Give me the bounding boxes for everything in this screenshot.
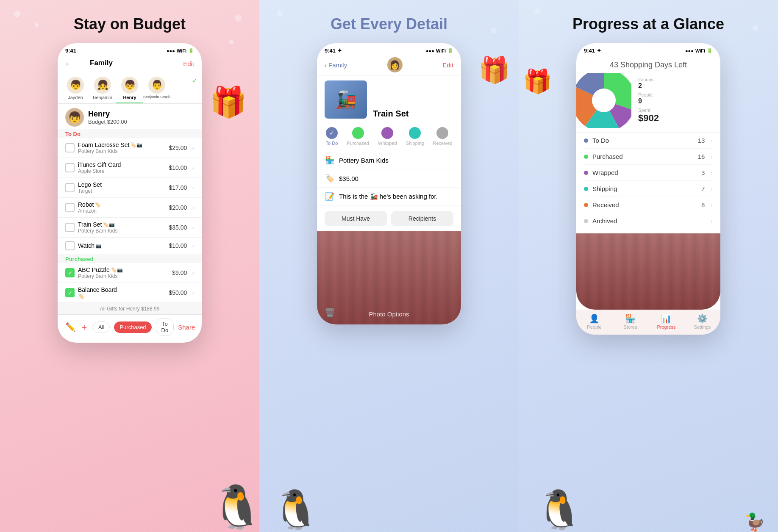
panel2-title: Get Every Detail: [331, 15, 447, 33]
gift-row-lego[interactable]: Lego Set Target $17.00 ›: [58, 178, 202, 198]
must-have-button[interactable]: Must Have: [325, 211, 387, 226]
progress-row-received[interactable]: Received 8 ›: [584, 197, 713, 213]
gift-checkbox-robot[interactable]: [65, 203, 75, 212]
nav-bar: ≡ Family Edit: [58, 55, 202, 73]
gift-checkbox-balanceboard[interactable]: ✓: [65, 288, 75, 297]
penguin-decoration-2: 🐧: [272, 488, 320, 532]
gift-checkbox-lego[interactable]: [65, 183, 75, 192]
recipient-benjamin[interactable]: 👧 Benjamin: [89, 77, 116, 100]
gift-decoration: 🎁: [478, 55, 510, 85]
spent-label: Spent: [638, 108, 659, 113]
gift-checkbox-itunes[interactable]: [65, 163, 75, 172]
price-tag-icon: 🏷️: [325, 174, 335, 183]
gift-row-robot[interactable]: Robot 🏷️ Amazon $20.00 ›: [58, 198, 202, 218]
progress-list: To Do 13 › Purchased 16 › Wrapped 3 › Sh…: [576, 132, 720, 233]
gift-checkbox-foam[interactable]: [65, 143, 75, 152]
wifi-icon: WiFi: [695, 48, 705, 53]
filter-todo-button[interactable]: To Do: [156, 318, 174, 336]
recipients-button[interactable]: Recipients: [391, 211, 453, 226]
gift-image: 🚂: [325, 80, 367, 119]
edit-button[interactable]: Edit: [183, 60, 194, 67]
step-wrapped[interactable]: Wrapped: [378, 127, 397, 146]
gift-row-balanceboard[interactable]: ✓ Balance Board 🏷️ $50.00 ›: [58, 283, 202, 303]
step-purchased[interactable]: Purchased: [347, 127, 369, 146]
gift-checkbox-trainset[interactable]: [65, 223, 75, 232]
progress-row-purchased[interactable]: Purchased 16 ›: [584, 149, 713, 165]
gift-store-abcpuzzle: Pottery Barn Kids: [78, 273, 169, 279]
progress-label-purchased: Purchased: [592, 153, 694, 160]
gift-checkbox-watch[interactable]: [65, 241, 75, 250]
progress-label-archived: Archived: [592, 217, 700, 224]
dot-archived: [584, 219, 588, 223]
recipient-benjamin-stocki[interactable]: 👨 Benjamin Stocki: [143, 77, 171, 100]
add-icon[interactable]: ＋: [80, 321, 89, 333]
edit-icon[interactable]: ✏️: [65, 322, 76, 332]
gift-price-abcpuzzle: $9.00: [172, 269, 187, 276]
filter-purchased-button[interactable]: Purchased: [114, 321, 151, 333]
gift-row-itunes[interactable]: iTunes Gift Card Apple Store $10.00 ›: [58, 158, 202, 178]
person-avatar-circle: 👩: [387, 57, 403, 72]
gift-box-decoration: 🎁: [210, 85, 247, 119]
gift-checkbox-abcpuzzle[interactable]: ✓: [65, 268, 75, 277]
progress-row-wrapped[interactable]: Wrapped 3 ›: [584, 165, 713, 181]
gift-summary: All Gifts for Henry $188.99: [58, 303, 202, 314]
progress-count-shipping: 7: [701, 185, 705, 192]
tab-settings[interactable]: ⚙️ Settings: [684, 313, 720, 330]
recipient-henry[interactable]: 👦 Henry: [116, 77, 143, 100]
bottom-toolbar: ✏️ ＋ All Purchased To Do Share: [58, 314, 202, 343]
pie-chart: [576, 73, 631, 128]
person-budget: Budget $200.00: [88, 119, 127, 125]
phone-frame-1: 9:41 ●●● WiFi 🔋 ≡ Family Edit 👦 Jayden 👧: [58, 43, 202, 343]
gift-name-area: Train Set: [373, 109, 408, 119]
step-received[interactable]: Received: [433, 127, 453, 146]
groups-value: 2: [638, 82, 659, 90]
recipient-scroll[interactable]: 👦 Jayden 👧 Benjamin 👦 Henry 👨 Benjamin S…: [58, 73, 202, 104]
gift-price-balanceboard: $50.00: [169, 289, 187, 296]
price-row: 🏷️ $35.00: [317, 169, 461, 188]
gift-price-watch: $10.00: [169, 242, 187, 249]
tab-stores-label: Stores: [624, 324, 637, 330]
progress-count-todo: 13: [698, 137, 705, 144]
gift-row-trainset[interactable]: Train Set 🏷️📷 Pottery Barn Kids $35.00 ›: [58, 218, 202, 238]
gift-row-foam[interactable]: Foam Lacrosse Set 🏷️📷 Pottery Barn Kids …: [58, 138, 202, 158]
gift-name-foam: Foam Lacrosse Set 🏷️📷: [78, 141, 166, 148]
gift-name-trainset: Train Set 🏷️📷: [78, 221, 166, 228]
spent-stat: Spent $902: [638, 108, 659, 124]
back-chevron-icon: ‹: [325, 61, 327, 69]
gift-name-lego: Lego Set: [78, 181, 166, 188]
tab-stores[interactable]: 🏪 Stores: [612, 313, 648, 330]
gift-price-foam: $29.00: [169, 144, 187, 151]
person-avatar: 👦: [65, 108, 84, 127]
progress-row-todo[interactable]: To Do 13 ›: [584, 133, 713, 149]
tab-people-label: People: [587, 324, 601, 330]
back-label: Family: [328, 61, 347, 69]
recipient-jayden[interactable]: 👦 Jayden: [62, 77, 89, 100]
gift-name-balanceboard: Balance Board: [78, 286, 166, 293]
penguin-feet-decoration: 🦆: [744, 512, 765, 532]
note-icon: 📝: [325, 192, 335, 201]
dot-wrapped: [584, 171, 588, 175]
chart-stats-area: Groups 2 People 9 Spent $902: [576, 73, 720, 132]
status-steps: ✓ To Do Purchased Wrapped Shipping Recei…: [317, 122, 461, 151]
filter-all-button[interactable]: All: [93, 321, 110, 333]
tab-people[interactable]: 👤 People: [576, 313, 612, 330]
step-shipping[interactable]: Shipping: [406, 127, 424, 146]
edit-button-2[interactable]: Edit: [442, 61, 453, 69]
tab-progress[interactable]: 📊 Progress: [648, 313, 684, 330]
photo-options-button[interactable]: Photo Options: [317, 310, 461, 318]
gift-name-abcpuzzle: ABC Puzzle 🏷️📷: [78, 266, 169, 273]
gift-row-abcpuzzle[interactable]: ✓ ABC Puzzle 🏷️📷 Pottery Barn Kids $9.00…: [58, 263, 202, 283]
gift-note: This is the 🚂 he's been asking for.: [339, 193, 438, 200]
curtain-decoration-3: [576, 233, 720, 310]
gift-row-watch[interactable]: Watch 📷 $10.00 ›: [58, 238, 202, 254]
step-todo[interactable]: ✓ To Do: [326, 127, 338, 146]
progress-row-shipping[interactable]: Shipping 7 ›: [584, 181, 713, 197]
progress-row-archived[interactable]: Archived ›: [584, 213, 713, 229]
days-left: 43 Shopping Days Left: [576, 55, 720, 73]
step-icon-todo: ✓: [326, 127, 338, 139]
share-button[interactable]: Share: [178, 324, 195, 331]
gift-store-itunes: Apple Store: [78, 168, 166, 174]
progress-label-shipping: Shipping: [592, 185, 697, 192]
back-button[interactable]: ‹ Family: [325, 61, 347, 69]
step-label-received: Received: [433, 141, 453, 146]
